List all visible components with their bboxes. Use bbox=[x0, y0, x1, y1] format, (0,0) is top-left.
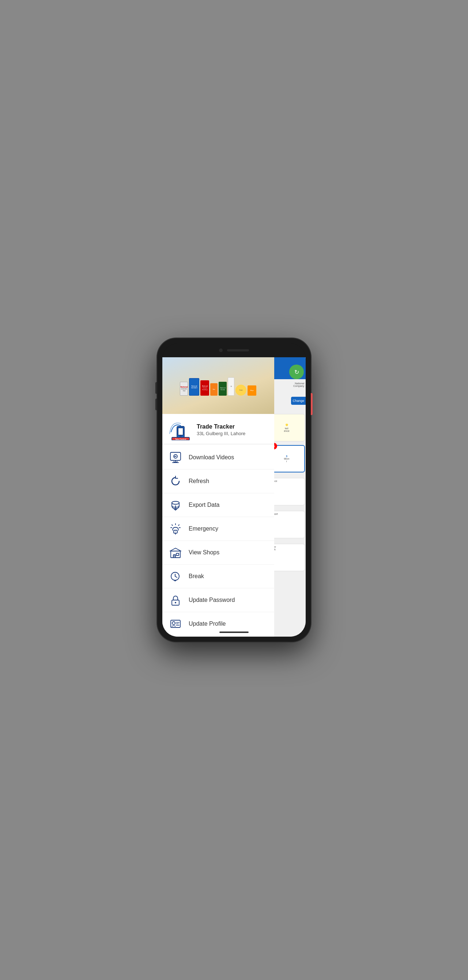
menu-item-emergency[interactable]: ! Emergency bbox=[162, 517, 274, 541]
menu-label-emergency: Emergency bbox=[189, 525, 218, 532]
menu-label-update-profile: Update Profile bbox=[189, 620, 226, 627]
phone-device: ↻ NationalCompany Change 🌟 ketence 0 3 t… bbox=[157, 338, 311, 642]
emergency-icon: ! bbox=[169, 522, 182, 535]
break-icon bbox=[169, 570, 182, 583]
menu-label-refresh: Refresh bbox=[189, 478, 209, 485]
svg-text:Take Control: Take Control bbox=[175, 438, 186, 440]
menu-item-update-profile[interactable]: Update Profile bbox=[162, 612, 274, 636]
power-button[interactable] bbox=[311, 393, 313, 415]
svg-point-10 bbox=[172, 501, 179, 504]
volume-up-button[interactable] bbox=[155, 382, 157, 394]
badge-count: 0 bbox=[274, 443, 277, 449]
menu-item-view-shops[interactable]: View Shops bbox=[162, 541, 274, 565]
svg-point-29 bbox=[175, 602, 176, 603]
menu-item-logout[interactable]: LogOut bbox=[162, 636, 274, 636]
card-competition: 0 3 titionr bbox=[274, 445, 305, 473]
svg-line-16 bbox=[178, 525, 179, 525]
speaker bbox=[227, 349, 249, 352]
svg-rect-1 bbox=[178, 428, 183, 435]
menu-label-download-videos: Download Videos bbox=[189, 454, 234, 461]
menu-label-export-data: Export Data bbox=[189, 502, 220, 508]
right-side-content: ↻ NationalCompany Change 🌟 ketence 0 3 t… bbox=[274, 357, 306, 636]
camera bbox=[219, 348, 223, 352]
product-spice: Nat. bbox=[210, 383, 218, 396]
product-salt: NationalIODIZED Salt bbox=[180, 382, 188, 396]
svg-point-31 bbox=[172, 622, 175, 625]
svg-line-27 bbox=[175, 576, 177, 578]
svg-text:!: ! bbox=[175, 531, 176, 533]
card-report: Report bbox=[274, 511, 305, 538]
update-password-icon bbox=[169, 593, 182, 607]
brand-section: Take Control Trade Tracker 33L Gulberg I… bbox=[162, 414, 274, 444]
product-custard: Cust. bbox=[236, 385, 247, 396]
svg-point-2 bbox=[180, 436, 181, 437]
phone-top-bar bbox=[162, 344, 306, 357]
phone-screen-frame: ↻ NationalCompany Change 🌟 ketence 0 3 t… bbox=[162, 344, 306, 636]
card-num: 3 bbox=[286, 455, 287, 457]
view-shops-icon bbox=[169, 546, 182, 559]
sync-icon-badge: ↻ bbox=[289, 364, 304, 379]
screen: ↻ NationalCompany Change 🌟 ketence 0 3 t… bbox=[162, 357, 306, 636]
card-performance: nancew bbox=[274, 478, 305, 505]
download-videos-icon bbox=[169, 451, 182, 464]
card-market: 🌟 ketence bbox=[274, 414, 305, 441]
side-drawer: NationalIODIZED Salt NationalBASMATI Nat… bbox=[162, 357, 274, 636]
menu-item-download-videos[interactable]: Download Videos bbox=[162, 446, 274, 469]
refresh-icon bbox=[169, 475, 182, 488]
svg-line-15 bbox=[172, 525, 173, 525]
export-data-icon bbox=[169, 498, 182, 512]
card-consumer: umerback bbox=[274, 544, 305, 571]
menu-label-update-password: Update Password bbox=[189, 597, 235, 603]
brand-address: 33L Gulberg III, Lahore bbox=[197, 431, 245, 436]
brand-text-block: Trade Tracker 33L Gulberg III, Lahore bbox=[197, 423, 245, 436]
product-tomato: NationalTomato Ketchup bbox=[201, 380, 209, 396]
change-button: Change bbox=[291, 397, 306, 405]
menu-list: Download Videos Refresh bbox=[162, 444, 274, 636]
product-oil: Oil bbox=[228, 377, 234, 396]
product-basmati: NationalBASMATI bbox=[189, 378, 199, 396]
update-profile-icon bbox=[169, 617, 182, 630]
national-label: NationalCompany bbox=[293, 382, 305, 387]
hero-banner: NationalIODIZED Salt NationalBASMATI Nat… bbox=[162, 357, 274, 414]
brand-name: Trade Tracker bbox=[197, 423, 245, 430]
product-mayo: Mayo bbox=[248, 385, 256, 396]
svg-marker-7 bbox=[174, 456, 177, 457]
product-korma: NationalKorma bbox=[219, 382, 227, 396]
menu-label-break: Break bbox=[189, 573, 204, 579]
trade-tracker-logo: Take Control bbox=[168, 419, 193, 440]
products-container: NationalIODIZED Salt NationalBASMATI Nat… bbox=[178, 374, 258, 398]
menu-label-view-shops: View Shops bbox=[189, 549, 220, 556]
menu-item-refresh[interactable]: Refresh bbox=[162, 469, 274, 493]
menu-item-break[interactable]: Break bbox=[162, 565, 274, 589]
menu-item-export-data[interactable]: Export Data bbox=[162, 493, 274, 517]
menu-item-update-password[interactable]: Update Password bbox=[162, 589, 274, 612]
volume-down-button[interactable] bbox=[155, 399, 157, 410]
svg-rect-22 bbox=[176, 553, 179, 555]
home-indicator bbox=[220, 632, 248, 633]
